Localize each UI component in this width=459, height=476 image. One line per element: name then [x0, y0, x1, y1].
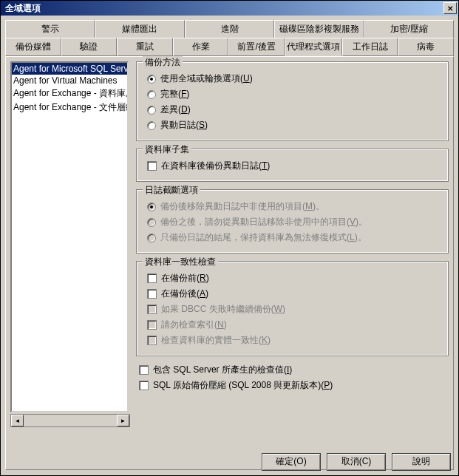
- checkbox-input[interactable]: [147, 161, 157, 171]
- option-label: 備份之後，請勿從異動日誌移除非使用中的項目(V)。: [160, 216, 367, 228]
- tab-r1-4[interactable]: 加密/壓縮: [364, 20, 454, 38]
- option-label: 使用全域或輪換選項(U): [160, 72, 253, 85]
- backup-method-option-1[interactable]: 完整(F): [147, 88, 438, 101]
- tab-r1-1[interactable]: 媒體匯出: [95, 20, 184, 38]
- scroll-right-icon[interactable]: ►: [117, 415, 129, 426]
- scroll-left-icon[interactable]: ◄: [11, 415, 24, 426]
- agent-list[interactable]: Agent for Microsoft SQL ServerAgent for …: [10, 61, 129, 412]
- group-db-consistency: 資料庫一致性檢查 在備份前(R)在備份後(A)如果 DBCC 失敗時繼續備份(W…: [136, 261, 449, 356]
- client-area: 警示媒體匯出進階磁碟區陰影複製服務加密/壓縮 備份媒體驗證重試作業前置/後置代理…: [1, 16, 458, 475]
- loose-option-0[interactable]: 包含 SQL Server 所產生的檢查值(I): [139, 364, 446, 376]
- backup-method-option-3[interactable]: 異動日誌(S): [147, 119, 438, 132]
- db-subset-option-0[interactable]: 在資料庫後備份異動日誌(T): [147, 160, 438, 172]
- tab-r2-5[interactable]: 代理程式選項: [285, 38, 342, 56]
- cancel-button[interactable]: 取消(C): [327, 453, 386, 471]
- tab-r2-1[interactable]: 驗證: [61, 38, 118, 56]
- option-label: 在資料庫後備份異動日誌(T): [161, 160, 270, 172]
- checkbox-input[interactable]: [147, 273, 157, 283]
- option-label: 異動日誌(S): [160, 119, 208, 132]
- tab-r1-2[interactable]: 進階: [185, 20, 274, 38]
- list-item[interactable]: Agent for Virtual Machines: [12, 75, 127, 86]
- checkbox-input: [147, 305, 157, 314]
- tab-panel-agent-options: Agent for Microsoft SQL ServerAgent for …: [5, 56, 454, 470]
- tab-r1-0[interactable]: 警示: [5, 20, 95, 38]
- group-legend: 資料庫子集: [143, 143, 191, 156]
- group-legend: 資料庫一致性檢查: [143, 256, 218, 268]
- radio-input[interactable]: [147, 106, 156, 115]
- checkbox-input: [147, 320, 157, 330]
- group-legend: 備份方法: [143, 56, 183, 69]
- tab-r2-6[interactable]: 工作日誌: [342, 38, 398, 56]
- radio-input[interactable]: [147, 75, 156, 84]
- db-consistency-option-2: 如果 DBCC 失敗時繼續備份(W): [147, 303, 438, 316]
- tab-r2-0[interactable]: 備份媒體: [5, 38, 61, 56]
- tabs-row-2: 備份媒體驗證重試作業前置/後置代理程式選項工作日誌病毒: [5, 38, 454, 56]
- option-label: 如果 DBCC 失敗時繼續備份(W): [161, 303, 285, 316]
- radio-input: [147, 218, 156, 227]
- agent-column: Agent for Microsoft SQL ServerAgent for …: [10, 61, 130, 465]
- loose-option-1[interactable]: SQL 原始備份壓縮 (SQL 2008 與更新版本)(P): [139, 379, 446, 392]
- radio-input: [147, 234, 156, 242]
- db-consistency-option-3: 請勿檢查索引(N): [147, 319, 438, 331]
- backup-method-option-0[interactable]: 使用全域或輪換選項(U): [147, 72, 438, 85]
- ok-button[interactable]: 確定(O): [262, 453, 321, 471]
- db-consistency-option-0[interactable]: 在備份前(R): [147, 272, 438, 285]
- group-db-subset: 資料庫子集 在資料庫後備份異動日誌(T): [136, 149, 449, 182]
- db-consistency-option-4: 檢查資料庫的實體一致性(K): [147, 334, 438, 347]
- close-icon[interactable]: ✕: [443, 2, 457, 14]
- help-button[interactable]: 說明: [392, 453, 451, 471]
- tab-r2-2[interactable]: 重試: [117, 38, 173, 56]
- group-log-truncate: 日誌截斷選項 備份後移除異動日誌中非使用的項目(M)。備份之後，請勿從異動日誌移…: [136, 189, 449, 254]
- radio-input[interactable]: [147, 121, 156, 130]
- checkbox-input[interactable]: [139, 381, 149, 390]
- radio-input[interactable]: [147, 90, 156, 99]
- option-label: 在備份前(R): [161, 272, 209, 285]
- list-item[interactable]: Agent for Microsoft SQL Server: [12, 63, 127, 75]
- agent-list-hscroll[interactable]: ◄ ►: [10, 414, 130, 427]
- tab-r2-3[interactable]: 作業: [173, 38, 229, 56]
- dialog-buttons: 確定(O) 取消(C) 說明: [262, 453, 451, 471]
- checkbox-input[interactable]: [147, 289, 157, 299]
- option-label: 包含 SQL Server 所產生的檢查值(I): [153, 364, 292, 376]
- option-label: 檢查資料庫的實體一致性(K): [161, 334, 271, 347]
- option-label: 備份後移除異動日誌中非使用的項目(M)。: [160, 200, 324, 213]
- options-column: 備份方法 使用全域或輪換選項(U)完整(F)差異(D)異動日誌(S) 資料庫子集…: [136, 61, 449, 465]
- group-legend: 日誌截斷選項: [143, 184, 200, 197]
- log-truncate-option-1: 備份之後，請勿從異動日誌移除非使用中的項目(V)。: [147, 216, 438, 228]
- loose-options: 包含 SQL Server 所產生的檢查值(I)SQL 原始備份壓縮 (SQL …: [136, 364, 449, 392]
- option-label: 完整(F): [160, 88, 189, 101]
- option-label: 只備份日誌的結尾，保持資料庫為無法修復模式(L)。: [160, 231, 367, 244]
- checkbox-input[interactable]: [139, 365, 149, 375]
- tab-r1-3[interactable]: 磁碟區陰影複製服務: [274, 20, 364, 38]
- list-item[interactable]: Agent for Exchange - 資料庫層級: [12, 86, 127, 101]
- option-label: 差異(D): [160, 103, 191, 116]
- log-truncate-option-0: 備份後移除異動日誌中非使用的項目(M)。: [147, 200, 438, 213]
- radio-input: [147, 203, 156, 211]
- list-item[interactable]: Agent for Exchange - 文件層級: [12, 101, 127, 115]
- option-label: SQL 原始備份壓縮 (SQL 2008 與更新版本)(P): [153, 379, 333, 392]
- titlebar: 全域選項 ✕: [1, 1, 458, 16]
- option-label: 請勿檢查索引(N): [161, 319, 227, 331]
- log-truncate-option-2: 只備份日誌的結尾，保持資料庫為無法修復模式(L)。: [147, 231, 438, 244]
- group-backup-method: 備份方法 使用全域或輪換選項(U)完整(F)差異(D)異動日誌(S): [136, 61, 449, 141]
- backup-method-option-2[interactable]: 差異(D): [147, 103, 438, 116]
- tab-r2-7[interactable]: 病毒: [398, 38, 454, 56]
- checkbox-input: [147, 336, 157, 345]
- window-title: 全域選項: [2, 2, 41, 15]
- tabs-row-1: 警示媒體匯出進階磁碟區陰影複製服務加密/壓縮: [5, 20, 454, 38]
- option-label: 在備份後(A): [161, 288, 208, 300]
- db-consistency-option-1[interactable]: 在備份後(A): [147, 288, 438, 300]
- global-options-window: 全域選項 ✕ 警示媒體匯出進階磁碟區陰影複製服務加密/壓縮 備份媒體驗證重試作業…: [0, 0, 459, 476]
- tab-r2-4[interactable]: 前置/後置: [228, 38, 285, 56]
